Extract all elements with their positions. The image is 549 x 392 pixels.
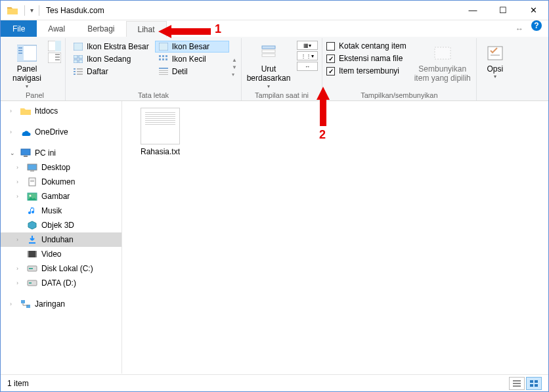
layout-small[interactable]: Ikon Kecil [155,53,229,65]
nav-tree[interactable]: ›htdocs ›OneDrive ⌄PC ini ›Desktop ›Doku… [1,101,122,374]
size-columns-button[interactable]: ↔ [297,62,318,71]
svg-rect-23 [159,55,161,57]
onedrive-icon [20,127,31,137]
svg-rect-4 [18,53,22,54]
svg-rect-40 [24,156,28,157]
layout-extra-large[interactable]: Ikon Ekstra Besar [70,41,152,53]
tree-label: Unduhan [41,235,74,244]
svg-rect-12 [74,55,77,58]
svg-rect-48 [29,242,35,244]
svg-rect-15 [79,60,83,63]
layout-medium-label: Ikon Sedang [87,54,131,64]
options-button[interactable]: Opsi ▾ [481,41,510,80]
tree-label: Dokumen [41,177,75,186]
content-area[interactable]: Rahasia.txt [122,101,548,374]
tree-video[interactable]: Video [1,247,121,261]
status-item-count: 1 item [7,379,29,388]
svg-rect-11 [74,43,83,51]
svg-rect-35 [262,54,275,56]
layout-medium[interactable]: Ikon Sedang [70,53,152,65]
tree-label: DATA (D:) [41,278,76,288]
tree-label: Objek 3D [41,221,74,230]
svg-rect-38 [491,54,500,56]
separator [39,5,39,16]
hide-selected-button[interactable]: Sembunyikan item yang dipilih [413,41,472,83]
layout-xlarge-label: Ikon Ekstra Besar [87,42,149,51]
tree-network[interactable]: ›Jaringan [1,297,121,311]
help-icon[interactable]: ? [531,20,542,31]
close-button[interactable]: ✕ [518,1,548,20]
svg-rect-53 [29,268,33,269]
group-by-button[interactable]: ▦▾ [297,41,318,50]
downloads-icon [27,234,37,245]
checkbox-hidden-items[interactable]: Item tersembunyi [326,66,406,76]
file-name: Rahasia.txt [141,147,180,156]
ribbon-expand-icon[interactable]: ↔ [510,20,529,37]
svg-rect-36 [435,47,450,59]
checkbox-file-extensions[interactable]: Ekstensi nama file [326,53,406,64]
svg-point-47 [30,194,32,196]
svg-rect-13 [79,55,83,58]
view-large-icons-button[interactable] [526,377,542,390]
tree-disk-c[interactable]: ›Disk Lokal (C:) [1,261,121,276]
tree-label: Desktop [41,163,70,172]
disk-icon [27,263,37,274]
svg-rect-19 [77,71,83,72]
add-columns-button[interactable]: ⋮⋮▾ [297,51,318,60]
objects3d-icon [27,220,37,230]
tree-pc[interactable]: ⌄PC ini [1,146,121,160]
checkbox-item-checkboxes[interactable]: Kotak centang item [326,41,406,51]
svg-rect-31 [159,72,168,73]
view-details-button[interactable] [509,377,525,390]
nav-panel-button[interactable]: Panel navigasi ▾ [9,41,45,89]
preview-pane-button[interactable] [48,41,61,51]
group-label-layout: Tata letak [138,91,169,99]
tree-desktop[interactable]: ›Desktop [1,160,121,175]
svg-rect-59 [513,383,521,384]
layout-list[interactable]: Daftar [70,66,152,77]
tab-awal[interactable]: Awal [37,20,76,37]
hide-selected-icon [433,42,452,64]
tree-music[interactable]: Musik [1,204,121,218]
tree-disk-d[interactable]: ›DATA (D:) [1,276,121,290]
svg-rect-18 [74,71,76,72]
layout-large-label: Ikon Besar [172,42,209,51]
group-label-options [494,91,496,99]
svg-rect-61 [530,380,533,383]
tree-htdocs[interactable]: ›htdocs [1,104,121,118]
tree-pictures[interactable]: ›Gambar [1,189,121,204]
qat-dropdown-icon[interactable]: ▾ [28,7,36,14]
tree-3d-objects[interactable]: Objek 3D [1,218,121,232]
layout-detail[interactable]: Detil [155,66,229,77]
tab-berbagi[interactable]: Berbagi [76,20,125,37]
file-item[interactable]: Rahasia.txt [134,108,187,156]
sort-label: Urut berdasarkan [247,64,291,83]
checkbox-ext-label: Ekstensi nama file [339,54,403,63]
group-label-panel: Panel [26,91,44,99]
group-label-current-view: Tampilan saat ini [255,91,309,99]
tree-documents[interactable]: ›Dokumen [1,175,121,189]
maximize-button[interactable]: ☐ [488,1,518,20]
disk-icon [27,278,37,288]
tree-downloads[interactable]: ›Unduhan [1,232,121,247]
details-pane-button[interactable] [48,53,61,63]
file-tab[interactable]: File [1,20,37,37]
svg-rect-27 [162,58,164,60]
svg-rect-14 [74,60,77,63]
layout-list-label: Daftar [87,67,108,76]
layout-large[interactable]: Ikon Besar [155,41,229,53]
nav-panel-icon [17,42,37,64]
documents-icon [27,177,37,187]
tree-onedrive[interactable]: ›OneDrive [1,125,121,139]
group-label-show-hide: Tampilkan/sembunyikan [361,91,437,99]
options-label: Opsi [487,64,503,74]
pictures-icon [27,191,37,202]
minimize-button[interactable]: — [458,1,488,20]
svg-rect-20 [74,74,76,75]
sort-button[interactable]: Urut berdasarkan ▾ [246,41,292,89]
svg-rect-9 [55,56,60,58]
annotation-arrow-1 [158,25,211,38]
hide-selected-label: Sembunyikan item yang dipilih [414,64,471,83]
group-current-view: Urut berdasarkan ▾ ▦▾ ⋮⋮▾ ↔ Tampilan saa… [242,38,322,100]
group-layout: Ikon Ekstra Besar Ikon Sedang Daftar Iko… [66,38,242,100]
